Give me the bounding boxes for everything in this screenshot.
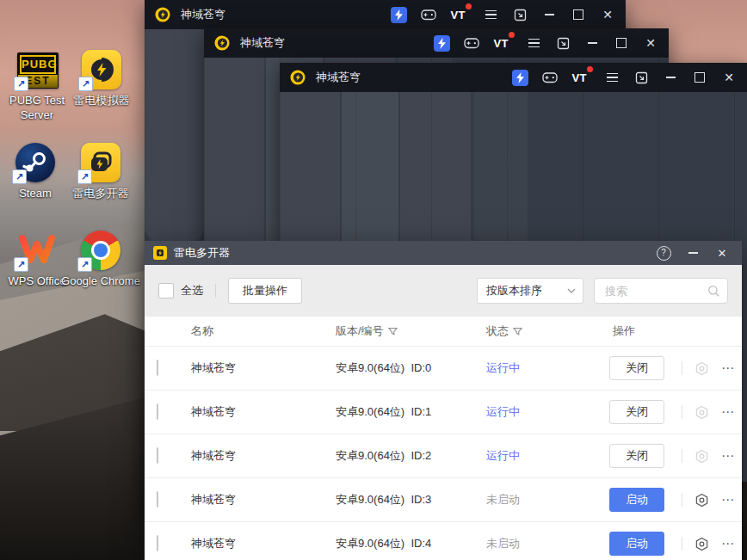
filter-icon[interactable] [388, 327, 398, 336]
ldplayer-logo-icon [155, 7, 170, 22]
close-icon[interactable]: ✕ [711, 244, 733, 262]
desktop-icon-ldplayer[interactable]: ↗ 雷电模拟器 [60, 50, 143, 108]
instance-settings-icon[interactable] [695, 493, 709, 508]
menu-icon[interactable] [483, 7, 498, 22]
menu-icon[interactable] [604, 70, 620, 85]
instance-name: 神域苍穹 [179, 492, 324, 508]
instance-action-button[interactable]: 启动 [609, 532, 664, 556]
desktop-icon-label: 雷电模拟器 [74, 93, 130, 108]
ldplayer-logo-icon [214, 35, 230, 51]
instance-row: 神域苍穹 安卓9.0(64位) ID:4 未启动 启动 ⋯ [145, 522, 742, 560]
instance-row: 神域苍穹 安卓9.0(64位) ID:1 运行中 关闭 ⋯ [145, 391, 742, 434]
desktop-icon-chrome[interactable]: ↗ Google Chrome [59, 231, 142, 288]
boost-icon[interactable] [512, 70, 528, 86]
instance-row: 神域苍穹 安卓9.0(64位) ID:2 运行中 关闭 ⋯ [145, 434, 742, 478]
vt-label: VT [450, 9, 466, 22]
menu-icon[interactable] [526, 35, 541, 51]
search-input[interactable] [603, 284, 707, 298]
vt-icon[interactable]: VT [571, 70, 590, 85]
vt-icon[interactable]: VT [493, 35, 512, 51]
instance-table-body: 神域苍穹 安卓9.0(64位) ID:0 运行中 关闭 ⋯ 神域苍穹 安卓9.0… [145, 347, 742, 560]
shortcut-arrow-icon: ↗ [12, 169, 27, 184]
shortcut-arrow-icon: ↗ [78, 77, 93, 91]
instance-settings-icon[interactable] [695, 405, 709, 420]
more-options-icon[interactable]: ⋯ [721, 408, 735, 416]
sort-dropdown[interactable]: 按版本排序 [477, 278, 583, 304]
search-icon [707, 285, 720, 298]
maximize-icon[interactable] [692, 70, 707, 85]
emulator-titlebar[interactable]: 神域苍穹 VT ✕ [145, 0, 626, 29]
row-checkbox[interactable] [157, 491, 158, 508]
maximize-icon[interactable] [614, 35, 629, 51]
instance-action-button[interactable]: 启动 [609, 488, 664, 512]
search-box[interactable] [594, 278, 728, 304]
help-icon[interactable]: ? [652, 244, 675, 262]
divider [682, 537, 682, 551]
close-icon[interactable]: ✕ [643, 35, 658, 51]
instance-status: 运行中 [474, 448, 601, 464]
multi-opener-window: 雷电多开器 ? ✕ 全选 批量操作 按版本排序 名称 版本/编号 [145, 241, 742, 560]
row-checkbox[interactable] [157, 447, 158, 464]
batch-operations-button[interactable]: 批量操作 [228, 278, 302, 304]
more-options-icon[interactable]: ⋯ [721, 539, 735, 548]
emulator-titlebar[interactable]: 神域苍穹 VT ✕ [280, 63, 747, 92]
multi-opener-logo-icon [153, 246, 167, 260]
header-name: 名称 [179, 323, 324, 339]
shortcut-arrow-icon: ↗ [14, 77, 28, 91]
instance-action-button[interactable]: 关闭 [609, 400, 664, 424]
pubg-icon-text: PUBG [20, 55, 56, 74]
filter-icon[interactable] [513, 327, 522, 336]
gamepad-icon[interactable] [542, 70, 558, 85]
gamepad-icon[interactable] [464, 35, 479, 51]
select-all-checkbox[interactable] [158, 283, 174, 298]
more-options-icon[interactable]: ⋯ [721, 452, 735, 460]
divider [682, 449, 682, 463]
gamepad-icon[interactable] [421, 7, 436, 22]
manager-titlebar[interactable]: 雷电多开器 ? ✕ [145, 241, 742, 265]
minimize-icon[interactable] [541, 7, 557, 22]
maximize-icon[interactable] [571, 7, 586, 22]
row-checkbox[interactable] [157, 535, 158, 551]
boost-icon[interactable] [434, 35, 450, 52]
shortcut-arrow-icon: ↗ [77, 169, 92, 184]
desktop-icon-multi-opener[interactable]: ↗ 雷电多开器 [59, 143, 142, 200]
instance-row: 神域苍穹 安卓9.0(64位) ID:0 运行中 关闭 ⋯ [145, 347, 742, 391]
chevron-down-icon [567, 288, 576, 293]
more-options-icon[interactable]: ⋯ [721, 364, 735, 372]
instance-version-id: 安卓9.0(64位) ID:3 [324, 492, 474, 508]
instance-status: 运行中 [474, 360, 601, 376]
select-all-label: 全选 [181, 283, 203, 298]
minimize-icon[interactable] [584, 35, 600, 51]
instance-action-button[interactable]: 关闭 [609, 444, 664, 468]
notification-dot [509, 32, 515, 38]
vt-icon[interactable]: VT [450, 7, 469, 22]
desktop-icon-label: WPS Office [9, 274, 66, 288]
close-icon[interactable]: ✕ [600, 7, 615, 22]
manager-window-title: 雷电多开器 [174, 245, 645, 261]
small-window-icon[interactable] [633, 70, 649, 85]
instance-settings-icon[interactable] [695, 449, 709, 464]
instance-version-id: 安卓9.0(64位) ID:2 [324, 448, 474, 464]
emu-window-title: 神域苍穹 [316, 70, 361, 85]
instance-settings-icon[interactable] [695, 537, 709, 551]
minimize-icon[interactable] [663, 70, 678, 85]
notification-dot [587, 66, 593, 72]
emu-window-title: 神域苍穹 [240, 35, 285, 51]
ldplayer-logo-icon [290, 70, 306, 85]
header-version: 版本/编号 [324, 323, 474, 339]
close-icon[interactable]: ✕ [721, 70, 737, 85]
minimize-icon[interactable] [682, 244, 704, 262]
row-checkbox[interactable] [157, 403, 158, 420]
header-actions: 操作 [601, 323, 742, 339]
row-checkbox[interactable] [157, 360, 158, 376]
small-window-icon[interactable] [512, 7, 528, 22]
more-options-icon[interactable]: ⋯ [721, 495, 735, 504]
boost-icon[interactable] [391, 7, 407, 23]
emulator-titlebar[interactable]: 神域苍穹 VT ✕ [204, 28, 669, 58]
small-window-icon[interactable] [555, 35, 571, 51]
instance-settings-icon[interactable] [695, 361, 709, 376]
instance-version-id: 安卓9.0(64位) ID:0 [324, 360, 474, 376]
instance-action-button[interactable]: 关闭 [609, 356, 664, 380]
header-status: 状态 [474, 323, 601, 339]
instance-name: 神域苍穹 [179, 448, 324, 464]
